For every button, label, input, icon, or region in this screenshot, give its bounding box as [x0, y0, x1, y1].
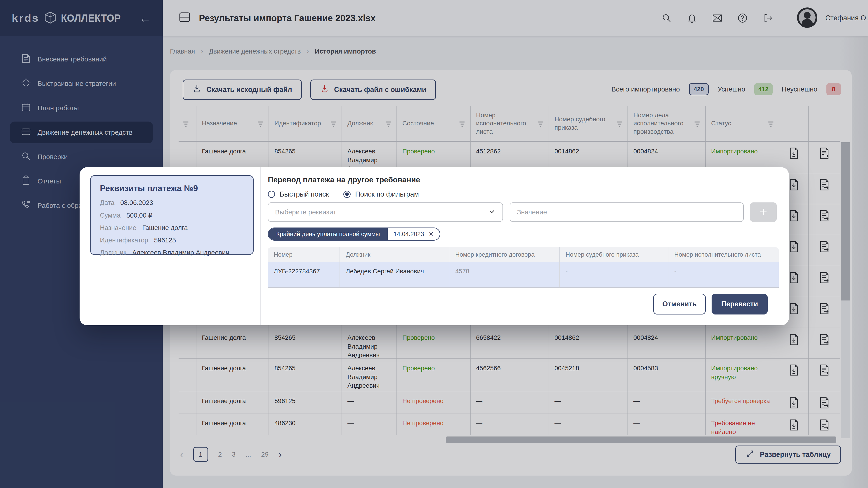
- detail-row: Назначение Гашение долга: [100, 224, 244, 232]
- detail-row: Должник Алексеев Владимир Андреевич: [100, 249, 244, 256]
- detail-row: Идентификатор 596125: [100, 236, 244, 244]
- modal-actions: Отменить Перевести: [653, 294, 768, 315]
- plus-icon: [758, 207, 768, 218]
- chevron-down-icon: [488, 207, 496, 217]
- radio-filter-search[interactable]: Поиск по фильтрам: [343, 190, 419, 198]
- app-screen: krds КОЛЛЕКТОР ← Внесение требований Выс…: [0, 0, 868, 488]
- result-row[interactable]: ЛУБ-222784367 Лебедев Сергей Иванович 45…: [268, 262, 779, 288]
- value-placeholder: Значение: [517, 208, 547, 216]
- detail-row: Дата 08.06.2023: [100, 199, 244, 206]
- payment-details-title: Реквизиты платежа №9: [100, 184, 244, 193]
- transfer-button[interactable]: Перевести: [712, 294, 768, 315]
- transfer-form: Перевод платежа на другое требование Быс…: [268, 167, 779, 325]
- radio-icon: [268, 191, 275, 198]
- chip-label: Крайний день уплаты полной суммы: [269, 228, 388, 240]
- search-results-table: Номер Должник Номер кредитного договора …: [268, 248, 779, 288]
- radio-selected-icon: [343, 191, 350, 198]
- cancel-button[interactable]: Отменить: [653, 294, 706, 315]
- detail-row: Сумма 500,00 ₽: [100, 212, 244, 219]
- close-icon[interactable]: ✕: [429, 230, 434, 238]
- value-input[interactable]: Значение: [510, 202, 744, 222]
- radio-quick-search[interactable]: Быстрый поиск: [268, 190, 329, 198]
- add-filter-button[interactable]: [750, 202, 777, 222]
- filter-chip: Крайний день уплаты полной суммы 14.04.2…: [268, 228, 440, 240]
- modal-divider: [260, 167, 261, 325]
- results-header-row: Номер Должник Номер кредитного договора …: [268, 248, 779, 262]
- transfer-title: Перевод платежа на другое требование: [268, 175, 420, 184]
- payment-details-card: Реквизиты платежа №9 Дата 08.06.2023 Сум…: [90, 175, 254, 255]
- payment-transfer-modal: Реквизиты платежа №9 Дата 08.06.2023 Сум…: [80, 167, 789, 325]
- search-mode-radios: Быстрый поиск Поиск по фильтрам: [268, 190, 419, 198]
- chip-value: 14.04.2023 ✕: [388, 228, 440, 240]
- requisite-select[interactable]: Выберите реквизит: [268, 202, 503, 222]
- select-placeholder: Выберите реквизит: [275, 208, 336, 216]
